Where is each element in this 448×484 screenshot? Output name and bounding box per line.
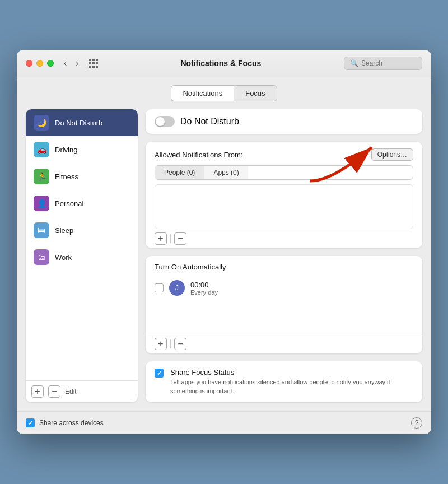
schedule-icon: J xyxy=(169,280,185,296)
sidebar-item-label: Do Not Disturb xyxy=(55,119,102,127)
dnd-row: Do Not Disturb xyxy=(146,109,422,134)
main-content: 🌙 Do Not Disturb 🚗 Driving 🏃 Fitness 👤 P… xyxy=(17,101,431,411)
sidebar-item-fitness[interactable]: 🏃 Fitness xyxy=(26,163,138,190)
share-across-checkbox[interactable] xyxy=(26,418,35,427)
schedule-days: Every day xyxy=(190,289,218,296)
add-focus-button[interactable]: + xyxy=(31,385,44,398)
allowed-notifications-section: Allowed Notifications From: Options… xyxy=(146,142,422,248)
sidebar: 🌙 Do Not Disturb 🚗 Driving 🏃 Fitness 👤 P… xyxy=(26,109,138,402)
sidebar-item-sleep[interactable]: 🛏 Sleep xyxy=(26,217,138,244)
sidebar-footer: + − Edit xyxy=(26,380,138,402)
share-focus-text: Share Focus Status Tell apps you have no… xyxy=(170,368,413,395)
personal-icon: 👤 xyxy=(34,196,49,211)
dnd-icon: 🌙 xyxy=(34,115,49,131)
allowed-title: Allowed Notifications From: xyxy=(155,151,243,159)
minimize-button[interactable] xyxy=(36,60,43,67)
search-icon: 🔍 xyxy=(350,59,358,67)
schedule-info: 00:00 Every day xyxy=(190,281,218,296)
sleep-icon: 🛏 xyxy=(34,222,49,238)
share-focus-title: Share Focus Status xyxy=(170,368,413,376)
close-button[interactable] xyxy=(26,60,32,67)
window-title: Notifications & Focus xyxy=(105,59,337,68)
schedule-time: 00:00 xyxy=(190,281,218,289)
schedule-list-area xyxy=(155,300,413,334)
share-focus-description: Tell apps you have notifications silence… xyxy=(170,378,413,395)
allowed-header: Allowed Notifications From: Options… xyxy=(146,142,422,165)
sidebar-item-do-not-disturb[interactable]: 🌙 Do Not Disturb xyxy=(26,109,138,136)
dnd-label: Do Not Disturb xyxy=(180,117,239,127)
add-schedule-button[interactable]: + xyxy=(155,338,167,350)
toggle-knob xyxy=(156,117,165,126)
content-area: Notifications Focus 🌙 Do Not Disturb 🚗 D… xyxy=(17,77,431,411)
sidebar-item-label: Sleep xyxy=(55,226,73,235)
bottom-bar: Share across devices ? xyxy=(17,411,431,434)
sidebar-item-personal[interactable]: 👤 Personal xyxy=(26,190,138,217)
sub-tab-people[interactable]: People (0) xyxy=(155,166,204,179)
schedule-item: J 00:00 Every day xyxy=(146,276,422,300)
share-focus-checkbox[interactable] xyxy=(155,369,164,378)
remove-focus-button[interactable]: − xyxy=(48,385,60,398)
add-person-button[interactable]: + xyxy=(155,232,167,245)
sub-tab-apps[interactable]: Apps (0) xyxy=(204,166,248,179)
forward-button[interactable]: › xyxy=(72,57,82,69)
work-icon: 🗂 xyxy=(34,249,49,265)
tab-notifications[interactable]: Notifications xyxy=(171,85,234,101)
remove-schedule-button[interactable]: − xyxy=(174,338,186,350)
right-panel: Do Not Disturb Allowed Notifications Fro… xyxy=(146,109,422,402)
options-button[interactable]: Options… xyxy=(371,148,413,161)
sidebar-item-work[interactable]: 🗂 Work xyxy=(26,244,138,271)
share-across-devices: Share across devices xyxy=(26,418,104,427)
share-across-label: Share across devices xyxy=(39,419,104,427)
auto-schedule-section: Turn On Automatically J 00:00 Every day … xyxy=(146,256,422,353)
schedule-checkbox[interactable] xyxy=(155,283,164,292)
apps-grid-icon[interactable] xyxy=(89,59,98,68)
nav-buttons: ‹ › xyxy=(60,57,82,69)
tab-focus[interactable]: Focus xyxy=(234,85,277,101)
sidebar-item-label: Personal xyxy=(55,199,83,208)
dnd-toggle-section: Do Not Disturb xyxy=(146,109,422,134)
dnd-toggle[interactable] xyxy=(155,116,175,127)
sidebar-item-label: Driving xyxy=(55,146,77,154)
share-focus-section: Share Focus Status Tell apps you have no… xyxy=(146,361,422,402)
sidebar-items-list: 🌙 Do Not Disturb 🚗 Driving 🏃 Fitness 👤 P… xyxy=(26,109,138,380)
main-window: ‹ › Notifications & Focus 🔍 Notification… xyxy=(17,50,431,434)
remove-person-button[interactable]: − xyxy=(174,232,186,245)
driving-icon: 🚗 xyxy=(34,142,49,157)
people-list-area xyxy=(155,184,413,229)
maximize-button[interactable] xyxy=(47,60,54,67)
tabs-row: Notifications Focus xyxy=(17,77,431,101)
help-button[interactable]: ? xyxy=(411,417,422,429)
search-box[interactable]: 🔍 xyxy=(344,57,422,70)
search-input[interactable] xyxy=(361,59,416,67)
auto-title: Turn On Automatically xyxy=(146,256,422,276)
sidebar-item-label: Work xyxy=(55,253,72,262)
divider xyxy=(170,234,171,243)
sub-tabs: People (0) Apps (0) xyxy=(155,165,413,180)
traffic-lights xyxy=(26,60,54,67)
list-footer: + − xyxy=(146,229,422,248)
back-button[interactable]: ‹ xyxy=(60,57,70,69)
sidebar-item-label: Fitness xyxy=(55,173,78,181)
sidebar-item-driving[interactable]: 🚗 Driving xyxy=(26,136,138,163)
titlebar: ‹ › Notifications & Focus 🔍 xyxy=(17,50,431,77)
schedule-footer: + − xyxy=(146,334,422,353)
edit-label[interactable]: Edit xyxy=(65,388,77,395)
divider2 xyxy=(170,339,171,348)
fitness-icon: 🏃 xyxy=(34,169,49,184)
